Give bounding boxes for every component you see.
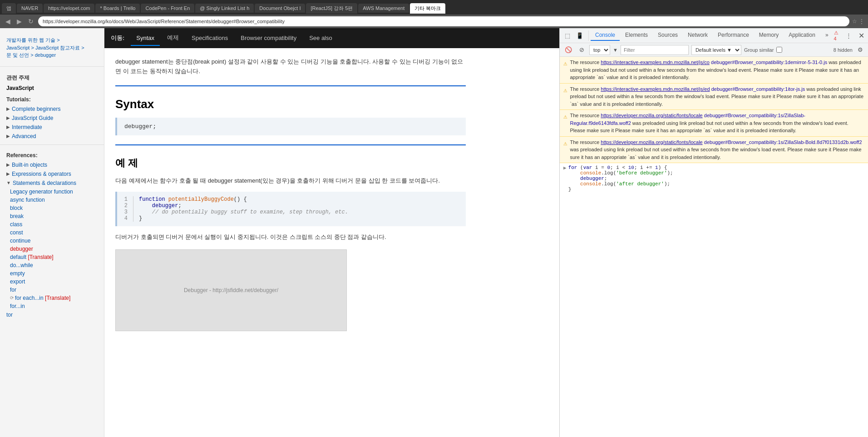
expand-arrow-icon: ▶ [6,162,10,167]
tab-browser-compat[interactable]: Browser compatibility [235,31,302,46]
warning-link-1[interactable]: https://interactive-examples.mdn.mozilla… [601,60,710,65]
filter-input[interactable] [621,45,689,55]
devtools-tab-elements[interactable]: Elements [621,30,652,41]
code-line-2: 2 debugger; [117,203,466,209]
sidebar-item-debugger[interactable]: debugger [10,245,104,253]
warning-link-anchor-4[interactable]: debugger#Browser_compatibility:1s/ZillaS… [704,139,862,145]
sidebar-item-label: Complete beginners [12,106,60,112]
content-body: debugger statement는 중단점(break point) 설정과… [104,48,477,348]
related-section-title: 관련 주제 [0,70,104,84]
sidebar-item-break[interactable]: break [10,212,104,220]
devtools-tab-console[interactable]: Console [591,30,620,41]
main-container: 개발자를 위한 웹 기술 >JavaScript > JavaScript 참고… [0,28,868,437]
devtools-tab-application[interactable]: Application [784,30,820,41]
reload-button[interactable]: ↻ [26,17,35,26]
devtools-close-button[interactable]: ✕ [857,31,866,40]
tab-example[interactable]: 예제 [162,30,184,46]
sidebar-item-expressions[interactable]: ▶ Expressions & operators [0,169,104,179]
menu-icon[interactable]: ⋮ [859,18,864,25]
sidebar-item-statements[interactable]: ▼ Statements & declarations [0,179,104,188]
devtools-tab-more[interactable]: » [821,30,833,41]
warning-link-2[interactable]: https://interactive-examples.mdn.mozilla… [601,86,710,92]
warning-link-3[interactable]: https://developer.mozilla.org/static/fon… [601,113,702,118]
sidebar-item-for[interactable]: for [10,286,104,294]
sidebar-item-dowhile[interactable]: do...while [10,261,104,269]
forward-button[interactable]: ▶ [15,17,24,26]
sidebar-item-builtins[interactable]: ▶ Built-in objects [0,160,104,169]
default-levels-select[interactable]: Default levels ▼ [691,45,741,55]
devtools-tab-memory[interactable]: Memory [755,30,783,41]
warning-text-1: The resource https://interactive-example… [570,59,864,81]
tab-syntax[interactable]: Syntax [131,31,160,46]
warning-icon-2: ⚠ [563,86,567,95]
context-select[interactable]: top [589,45,610,55]
warning-link-anchor-2[interactable]: debugger#Browser_compatibility:1itor-js.… [711,86,805,92]
console-warning-1: ⚠ The resource https://interactive-examp… [560,57,868,84]
sidebar-item-label: Intermediate [12,124,42,130]
sidebar-item-intermediate[interactable]: ▶ Intermediate [0,123,104,132]
tab-aws[interactable]: AWS Management [358,4,409,13]
tab-current[interactable]: 기타 복마크 [410,3,445,14]
back-button[interactable]: ◀ [4,17,12,26]
sidebar-item-for-each-in[interactable]: for each...in [Translate] [15,295,70,301]
tab-specifications[interactable]: Specifications [186,31,233,46]
address-input[interactable] [38,16,849,26]
console-warning-3: ⚠ The resource https://developer.mozilla… [560,110,868,137]
javascript-label[interactable]: JavaScript [0,84,104,93]
tab-document[interactable]: Document Obejct I [255,4,305,13]
sidebar-item-label: Advanced [12,133,36,139]
translate-badge: [Translate] [28,254,53,260]
code-line-1: 1 function potentiallyBuggyCode() { [117,196,466,203]
tab-see-also[interactable]: See also [304,31,338,46]
sidebar-item-default[interactable]: default [Translate] [10,253,104,261]
devtools-settings-icon[interactable]: ⚙ [855,45,865,54]
devtools-mobile-icon[interactable]: 📱 [574,31,586,40]
console-clear-icon[interactable]: 🚫 [562,45,574,54]
devtools-tab-network[interactable]: Network [683,30,712,41]
sidebar-item-export[interactable]: export [10,278,104,286]
syntax-code: debugger; [124,123,156,130]
section-divider-2 [115,144,466,145]
group-similar-checkbox[interactable] [776,47,782,53]
console-filter-icon[interactable]: ⊘ [577,45,587,54]
sidebar-item-for-in[interactable]: for...in [10,302,104,310]
tab-trello[interactable]: * Boards | Trello [95,4,140,13]
example-intro: 다음 예제에서는 함수가 호출 될 때 debugger statement(있… [115,176,466,186]
sidebar-item-legacy-gen[interactable]: Legacy generator function [10,188,104,196]
warning-link-anchor-1[interactable]: debugger#Browser_compatibility:1demirror… [711,60,827,65]
sidebar-item-advanced[interactable]: ▶ Advanced [0,132,104,141]
sidebar-item-empty[interactable]: empty [10,269,104,278]
warning-link-4[interactable]: https://developer.mozilla.org/static/fon… [601,139,702,145]
devtools-panel: ⬚ 📱 Console Elements Sources Network Per… [559,28,868,437]
sidebar-item-continue[interactable]: continue [10,237,104,245]
warning-text-2: The resource https://interactive-example… [570,85,864,108]
console-warning-4: ⚠ The resource https://developer.mozilla… [560,137,868,164]
tab-codepen[interactable]: CodePen - Front En [141,4,194,13]
devtools-more-icon[interactable]: ⋮ [843,31,854,40]
sidebar-item-block[interactable]: block [10,204,104,212]
statements-sub-list: Legacy generator function async function… [0,188,104,310]
code-line-3: 3 // do potentially buggy stuff to exami… [117,209,466,215]
tab-app[interactable]: 앱 [2,3,16,14]
star-icon[interactable]: ☆ [852,18,857,25]
sidebar-item-label: Statements & declarations [13,180,76,186]
devtools-tab-sources[interactable]: Sources [653,30,682,41]
sidebar-item-js-guide[interactable]: ▶ JavaScript Guide [0,114,104,123]
sidebar-item-class[interactable]: class [10,220,104,228]
example-heading: 예 제 [115,156,466,170]
sidebar-item-async-fn[interactable]: async function [10,196,104,204]
tab-velopet[interactable]: https://velopet.com [44,4,94,13]
breadcrumb: 개발자를 위한 웹 기술 >JavaScript > JavaScript 참고… [0,33,104,63]
devtools-tab-performance[interactable]: Performance [713,30,754,41]
top-nav: 이동: Syntax 예제 Specifications Browser com… [104,28,559,48]
sidebar-item-complete-beginners[interactable]: ▶ Complete beginners [0,104,104,114]
sidebar-item-tor[interactable]: tor [0,310,104,319]
tab-naver[interactable]: NAVER [17,4,43,13]
console-expand-arrow[interactable]: ▶ [563,165,567,171]
syntax-heading: Syntax [115,97,466,111]
tab-reactjs[interactable]: [ReactJS] 강좌 5편 [306,3,357,14]
devtools-inspect-icon[interactable]: ⬚ [562,31,572,40]
sidebar-item-const[interactable]: const [10,228,104,237]
tab-linkedlist[interactable]: @ Singly Linked List h [195,4,254,13]
line-code-2: debugger; [139,203,182,209]
